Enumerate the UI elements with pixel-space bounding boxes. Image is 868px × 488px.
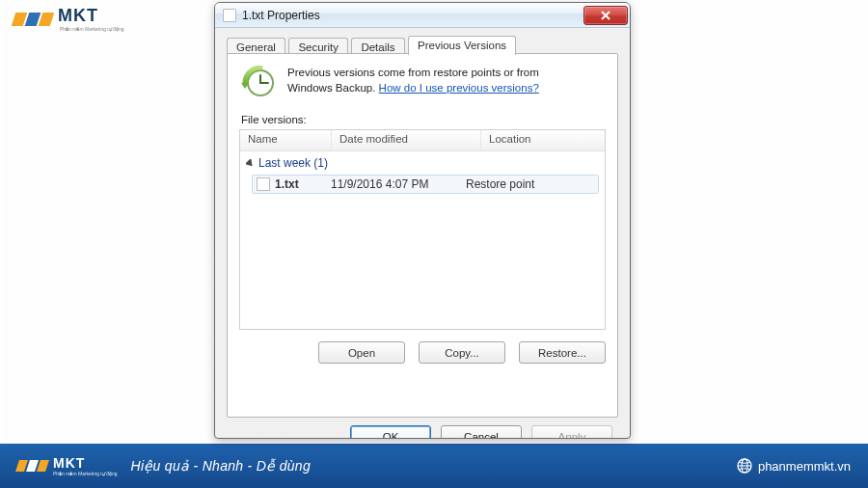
- tab-strip: General Security Details Previous Versio…: [215, 28, 630, 53]
- intro-text: Previous versions come from restore poin…: [287, 66, 539, 100]
- footer-brand-tag: Phần mềm Marketing tự động: [53, 471, 117, 476]
- footer-site-label: phanmemmkt.vn: [758, 459, 851, 474]
- group-label: Last week (1): [258, 156, 328, 170]
- version-row[interactable]: 1.txt 11/9/2016 4:07 PM Restore point: [252, 175, 599, 194]
- ok-button[interactable]: OK: [350, 425, 431, 439]
- close-icon: [600, 11, 611, 20]
- row-date: 11/9/2016 4:07 PM: [331, 177, 466, 191]
- brand-footer: MKT Phần mềm Marketing tự động Hiệu quả …: [0, 444, 868, 488]
- tab-previous-versions[interactable]: Previous Versions: [408, 36, 516, 55]
- chevron-collapse-icon: [246, 159, 255, 168]
- open-button[interactable]: Open: [318, 341, 405, 364]
- file-versions-label: File versions:: [241, 114, 606, 125]
- title-bar[interactable]: 1.txt Properties: [215, 3, 630, 28]
- intro-line-1: Previous versions come from restore poin…: [287, 67, 539, 78]
- dialog-title: 1.txt Properties: [242, 9, 583, 22]
- intro-line-2: Windows Backup.: [287, 82, 379, 94]
- footer-site[interactable]: phanmemmkt.vn: [737, 458, 851, 474]
- tab-panel-previous-versions: Previous versions come from restore poin…: [227, 53, 618, 418]
- watermark-tagline-small: Phần mềm Marketing tự động: [60, 26, 123, 32]
- intro-block: Previous versions come from restore poin…: [239, 66, 606, 100]
- cancel-button[interactable]: Cancel: [441, 425, 522, 439]
- copy-button[interactable]: Copy...: [419, 341, 505, 364]
- footer-brand: MKT: [53, 455, 117, 471]
- group-last-week[interactable]: Last week (1): [240, 151, 605, 173]
- footer-logo: MKT Phần mềm Marketing tự động: [17, 455, 117, 476]
- restore-clock-icon: [239, 66, 278, 100]
- versions-list[interactable]: Name Date modified Location Last week (1…: [239, 129, 606, 330]
- file-icon: [223, 9, 236, 22]
- help-link-previous-versions[interactable]: How do I use previous versions?: [379, 82, 539, 94]
- file-icon: [257, 177, 270, 191]
- restore-button[interactable]: Restore...: [519, 341, 606, 364]
- row-name: 1.txt: [275, 177, 331, 191]
- apply-button[interactable]: Apply: [531, 425, 612, 439]
- properties-dialog: 1.txt Properties General Security Detail…: [214, 2, 631, 439]
- list-header: Name Date modified Location: [240, 130, 605, 151]
- close-button[interactable]: [583, 6, 628, 25]
- watermark-brand: MKT: [58, 6, 123, 26]
- row-location: Restore point: [466, 177, 598, 191]
- footer-tagline: Hiệu quả - Nhanh - Dễ dùng: [130, 458, 736, 474]
- globe-icon: [737, 458, 752, 474]
- version-action-buttons: Open Copy... Restore...: [239, 341, 606, 364]
- column-header-date[interactable]: Date modified: [332, 130, 481, 150]
- column-header-location[interactable]: Location: [481, 130, 605, 150]
- dialog-footer-buttons: OK Cancel Apply: [215, 425, 630, 439]
- watermark-top: MKT Phần mềm Marketing tự động: [14, 6, 123, 32]
- watermark-logo-mark: [14, 13, 52, 26]
- column-header-name[interactable]: Name: [240, 130, 332, 150]
